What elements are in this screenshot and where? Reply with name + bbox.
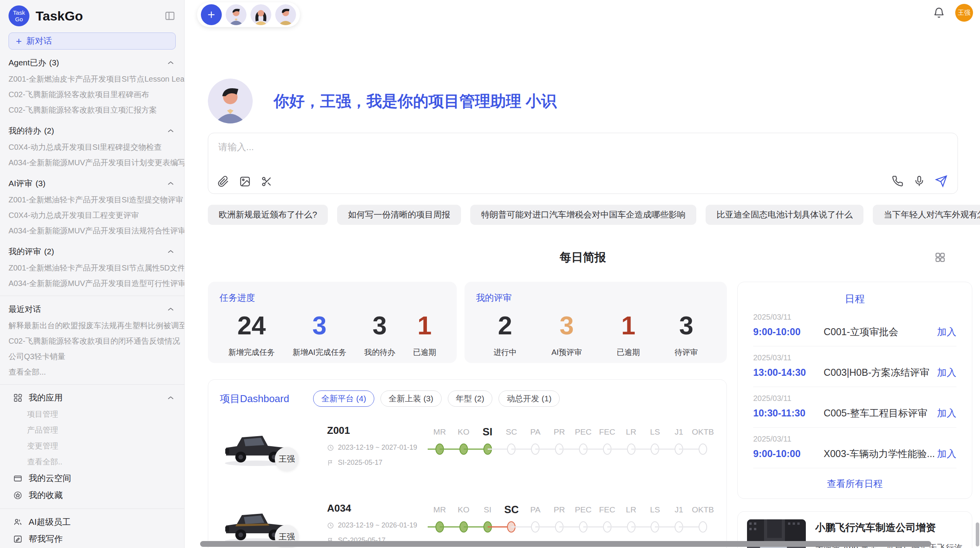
chevron-up-icon[interactable] — [166, 58, 175, 67]
app-item-change-mgmt[interactable]: 变更管理 — [0, 438, 184, 454]
milestone-label: PR — [553, 425, 565, 438]
suggestion-chip[interactable]: 欧洲新规最近颁布了什么? — [208, 205, 328, 225]
card-title: 任务进度 — [219, 292, 445, 304]
recent-conversation-item[interactable]: 公司Q3轻卡销量 — [0, 349, 184, 364]
chat-input[interactable] — [218, 142, 799, 152]
sidebar-item[interactable]: Z001-全新燃油皮卡产品开发项目SI节点Lesson Learn报告 — [0, 71, 184, 87]
microphone-icon[interactable] — [913, 175, 925, 187]
write-icon — [13, 534, 22, 544]
chevron-up-icon[interactable] — [166, 305, 175, 313]
agent-avatar-2[interactable] — [250, 4, 271, 25]
section-count: (2) — [44, 247, 166, 256]
milestone-label: LR — [626, 503, 636, 516]
section-title: 最近对话 — [9, 304, 41, 315]
section-header[interactable]: Agent已办 (3) — [0, 54, 184, 71]
tab-year-model[interactable]: 年型 (2) — [448, 390, 493, 407]
schedule-name: C003|H0B-方案冻结评审 — [824, 366, 937, 379]
divider — [753, 468, 956, 468]
view-all-apps[interactable]: 查看全部.. — [0, 454, 184, 470]
attachment-icon[interactable] — [218, 176, 229, 187]
suggestion-chip[interactable]: 特朗普可能对进口汽车增税会对中国车企造成哪些影响 — [470, 205, 696, 225]
agent-avatar-1[interactable] — [226, 4, 247, 25]
apps-grid-icon — [13, 393, 22, 402]
stat-label: 进行中 — [493, 347, 517, 358]
ai-employee-label: AI超级员工 — [29, 516, 175, 528]
collapse-sidebar-icon[interactable] — [164, 10, 176, 21]
stat-value: 3 — [364, 311, 395, 340]
schedule-item: 2025/03/11 13:00-14:30 C003|H0B-方案冻结评审 加… — [753, 346, 956, 387]
project-info: A034 2023-12-19 ~ 2026-01-19 SC-2025-05-… — [327, 502, 428, 545]
tab-powertrain-dev[interactable]: 动总开发 (1) — [499, 390, 560, 407]
milestone-label: KO — [458, 425, 469, 438]
vertical-scrollbar[interactable] — [976, 522, 979, 546]
sidebar-item[interactable]: A034-全新新能源MUV产品开发项目计划变更表编写 — [0, 155, 184, 170]
recent-conversation-item[interactable]: C02-飞腾新能源轻客改款项目的闭环通告反馈情况 — [0, 333, 184, 349]
view-all-schedule-link[interactable]: 查看所有日程 — [738, 478, 972, 490]
section-title: 我的待办 — [9, 125, 41, 136]
tab-new-body[interactable]: 全新上装 (3) — [380, 390, 442, 407]
sidebar-item-ai-employee[interactable]: AI超级员工 — [0, 514, 184, 531]
section-count: (2) — [44, 126, 166, 135]
suggestion-chip[interactable]: 比亚迪全固态电池计划具体说了什么 — [706, 205, 863, 225]
recent-conversation-item[interactable]: 解释最新出台的欧盟报废车法规再生塑料比例被调至15%... — [0, 318, 184, 333]
sidebar-item[interactable]: C02-飞腾新能源轻客改款项目里程碑画布 — [0, 87, 184, 102]
chevron-up-icon[interactable] — [166, 127, 175, 135]
notification-bell-icon[interactable] — [933, 7, 945, 19]
tab-new-platform[interactable]: 全新平台 (4) — [313, 390, 374, 407]
greeting-text: 你好，王强，我是你的项目管理助理 小识 — [274, 91, 557, 112]
new-session-button[interactable] — [201, 4, 222, 25]
sidebar-item[interactable]: A034-全新新能源MUV产品开发项目造型可行性评审 — [0, 276, 184, 291]
schedule-name: X003-车辆动力学性能验... — [824, 447, 937, 460]
project-row-z001[interactable]: 王强 Z001 2023-12-19 ~ 2027-01-19 SI-2025-… — [220, 425, 715, 477]
sidebar-item[interactable]: C0X4-动力总成开发项目工程变更评审 — [0, 207, 184, 223]
section-header[interactable]: 最近对话 — [0, 301, 184, 318]
milestone-label: SC — [506, 425, 517, 438]
layout-grid-icon[interactable] — [934, 251, 946, 264]
new-chat-button[interactable]: + 新对话 — [9, 33, 176, 50]
join-link[interactable]: 加入 — [937, 325, 956, 338]
phone-icon[interactable] — [892, 175, 903, 187]
milestone-label: OKTB — [692, 425, 714, 438]
app-item-product-mgmt[interactable]: 产品管理 — [0, 422, 184, 438]
sidebar-item-my-apps[interactable]: 我的应用 — [0, 389, 184, 406]
view-all-conversations[interactable]: 查看全部... — [0, 364, 184, 380]
join-link[interactable]: 加入 — [937, 366, 956, 379]
milestone-label: PEC — [575, 503, 591, 516]
project-info: Z001 2023-12-19 ~ 2027-01-19 SI-2025-05-… — [327, 425, 428, 467]
sidebar-item[interactable]: Z001-全新燃油轻卡产品开发项目SI造型提交物评审 — [0, 192, 184, 207]
sidebar-item[interactable]: A034-全新新能源MUV产品开发项目法规符合性评审 — [0, 223, 184, 238]
section-header[interactable]: AI评审 (3) — [0, 175, 184, 192]
owner-badge: 王强 — [275, 447, 299, 471]
logo-line-1: Task — [13, 9, 25, 16]
sidebar-item[interactable]: C0X4-动力总成开发项目SI里程碑提交物检查 — [0, 139, 184, 155]
join-link[interactable]: 加入 — [937, 447, 956, 460]
image-icon[interactable] — [239, 176, 251, 187]
scissors-icon[interactable] — [261, 176, 272, 187]
sidebar-item-help-write[interactable]: 帮我写作 — [0, 531, 184, 548]
tab-label: 年型 — [456, 393, 472, 404]
agent-avatar-3[interactable] — [275, 4, 296, 25]
horizontal-scrollbar[interactable] — [200, 541, 931, 547]
app-item-project-mgmt[interactable]: 项目管理 — [0, 406, 184, 422]
sidebar-item[interactable]: Z001-全新燃油轻卡产品开发项目SI节点属性5D文件评审 — [0, 260, 184, 276]
sidebar-item-cloud-space[interactable]: 我的云空间 — [0, 470, 184, 487]
chevron-up-icon[interactable] — [166, 179, 175, 188]
suggestion-chip[interactable]: 如何写一份清晰的项目周报 — [337, 205, 461, 225]
send-icon[interactable] — [935, 175, 947, 187]
join-link[interactable]: 加入 — [937, 407, 956, 420]
milestone-label: J1 — [675, 503, 683, 516]
sidebar-item[interactable]: C02-飞腾新能源轻客改款项目立项汇报方案 — [0, 102, 184, 118]
main-content: 你好，王强，我是你的项目管理助理 小识 — [208, 28, 980, 548]
user-avatar[interactable]: 王强 — [955, 4, 973, 22]
section-header[interactable]: 我的评审 (2) — [0, 243, 184, 260]
chevron-up-icon[interactable] — [166, 247, 175, 256]
daily-brief-header: 每日简报 — [208, 249, 958, 266]
stat-my-todo: 3 我的待办 — [364, 311, 395, 358]
stat-overdue: 1 已逾期 — [617, 311, 640, 358]
section-title: 我的评审 — [9, 246, 41, 257]
section-header[interactable]: 我的待办 (2) — [0, 122, 184, 139]
cloud-space-label: 我的云空间 — [29, 473, 175, 484]
stat-value: 1 — [617, 311, 640, 340]
sidebar-item-favorites[interactable]: 我的收藏 — [0, 487, 184, 504]
suggestion-chip[interactable]: 当下年轻人对汽车外观有怎样的喜好趋势 — [873, 205, 980, 225]
